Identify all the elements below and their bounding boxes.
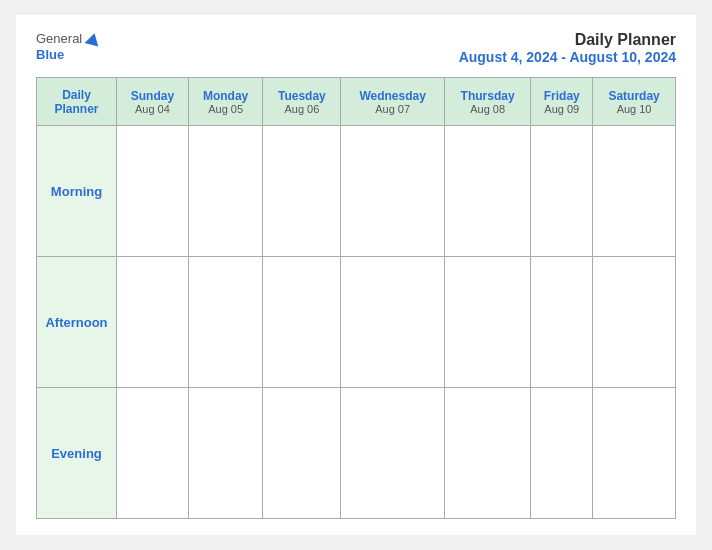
logo: General Blue xyxy=(36,31,100,62)
col-date-monday: Aug 05 xyxy=(193,103,259,115)
morning-sunday-cell[interactable] xyxy=(117,126,189,257)
col-date-wednesday: Aug 07 xyxy=(345,103,440,115)
col-date-sunday: Aug 04 xyxy=(121,103,184,115)
col-day-wednesday: Wednesday xyxy=(345,89,440,103)
col-header-saturday: Saturday Aug 10 xyxy=(593,78,676,126)
morning-tuesday-cell[interactable] xyxy=(263,126,341,257)
col-day-friday: Friday xyxy=(535,89,588,103)
col-day-monday: Monday xyxy=(193,89,259,103)
col-date-thursday: Aug 08 xyxy=(449,103,526,115)
morning-friday-cell[interactable] xyxy=(531,126,593,257)
col-header-friday: Friday Aug 09 xyxy=(531,78,593,126)
morning-monday-cell[interactable] xyxy=(188,126,263,257)
evening-wednesday-cell[interactable] xyxy=(341,388,445,519)
afternoon-tuesday-cell[interactable] xyxy=(263,257,341,388)
corner-label-line2: Planner xyxy=(41,102,112,116)
morning-saturday-cell[interactable] xyxy=(593,126,676,257)
corner-label-line1: Daily xyxy=(41,88,112,102)
evening-thursday-cell[interactable] xyxy=(444,388,530,519)
col-header-thursday: Thursday Aug 08 xyxy=(444,78,530,126)
afternoon-friday-cell[interactable] xyxy=(531,257,593,388)
col-header-wednesday: Wednesday Aug 07 xyxy=(341,78,445,126)
header-title: Daily Planner August 4, 2024 - August 10… xyxy=(459,31,676,65)
logo-triangle-icon xyxy=(85,31,102,46)
col-day-sunday: Sunday xyxy=(121,89,184,103)
morning-row: Morning xyxy=(37,126,676,257)
col-day-saturday: Saturday xyxy=(597,89,671,103)
evening-tuesday-cell[interactable] xyxy=(263,388,341,519)
evening-row: Evening xyxy=(37,388,676,519)
planner-table: Daily Planner Sunday Aug 04 Monday Aug 0… xyxy=(36,77,676,519)
afternoon-wednesday-cell[interactable] xyxy=(341,257,445,388)
planner-date-range: August 4, 2024 - August 10, 2024 xyxy=(459,49,676,65)
morning-wednesday-cell[interactable] xyxy=(341,126,445,257)
header: General Blue Daily Planner August 4, 202… xyxy=(36,31,676,65)
col-date-friday: Aug 09 xyxy=(535,103,588,115)
morning-label: Morning xyxy=(37,126,117,257)
afternoon-row: Afternoon xyxy=(37,257,676,388)
logo-blue-text: Blue xyxy=(36,47,64,63)
evening-saturday-cell[interactable] xyxy=(593,388,676,519)
col-day-thursday: Thursday xyxy=(449,89,526,103)
evening-monday-cell[interactable] xyxy=(188,388,263,519)
afternoon-saturday-cell[interactable] xyxy=(593,257,676,388)
evening-sunday-cell[interactable] xyxy=(117,388,189,519)
col-header-monday: Monday Aug 05 xyxy=(188,78,263,126)
afternoon-sunday-cell[interactable] xyxy=(117,257,189,388)
col-header-sunday: Sunday Aug 04 xyxy=(117,78,189,126)
col-header-tuesday: Tuesday Aug 06 xyxy=(263,78,341,126)
afternoon-monday-cell[interactable] xyxy=(188,257,263,388)
col-date-saturday: Aug 10 xyxy=(597,103,671,115)
col-day-tuesday: Tuesday xyxy=(267,89,336,103)
table-corner-header: Daily Planner xyxy=(37,78,117,126)
col-date-tuesday: Aug 06 xyxy=(267,103,336,115)
evening-label: Evening xyxy=(37,388,117,519)
afternoon-label: Afternoon xyxy=(37,257,117,388)
page-container: General Blue Daily Planner August 4, 202… xyxy=(16,15,696,535)
evening-friday-cell[interactable] xyxy=(531,388,593,519)
afternoon-thursday-cell[interactable] xyxy=(444,257,530,388)
planner-title: Daily Planner xyxy=(459,31,676,49)
column-header-row: Daily Planner Sunday Aug 04 Monday Aug 0… xyxy=(37,78,676,126)
morning-thursday-cell[interactable] xyxy=(444,126,530,257)
logo-general-text: General xyxy=(36,31,82,47)
